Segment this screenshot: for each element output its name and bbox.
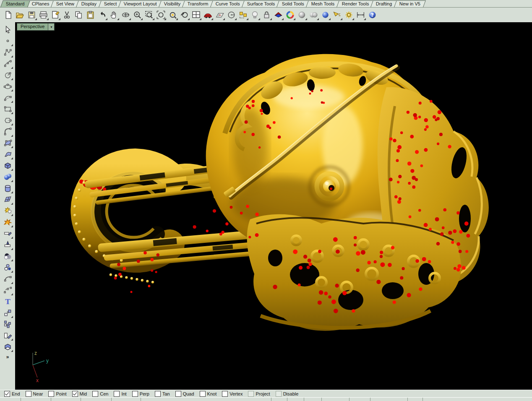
move-tool-button[interactable] <box>2 307 13 318</box>
osnap-disable[interactable]: Disable <box>276 391 299 397</box>
toolbar-tab-solid-tools[interactable]: Solid Tools <box>276 0 310 7</box>
polygon-tool-button[interactable] <box>2 115 13 126</box>
extract-surface-tool-button[interactable] <box>2 341 13 352</box>
rebuild-curve-tool-button[interactable] <box>2 284 13 296</box>
boolean-union-tool-button[interactable] <box>2 205 13 216</box>
ghosted-view-button[interactable] <box>308 9 319 21</box>
array-tool-button[interactable] <box>2 318 13 330</box>
polyline-tool-button[interactable] <box>2 47 13 58</box>
osnap-project[interactable]: Project <box>248 391 270 397</box>
open-file-button[interactable] <box>14 9 26 21</box>
osnap-checkbox-tan[interactable] <box>155 391 161 397</box>
make-2d-tool-button[interactable] <box>2 330 13 341</box>
help-button[interactable]: ? <box>367 9 378 21</box>
toolbar-tab-new-in-v5[interactable]: New in V5 <box>394 0 426 7</box>
osnap-tan[interactable]: Tan <box>155 391 170 397</box>
circle-tool-button[interactable] <box>2 69 13 81</box>
text-tool-button[interactable]: T <box>2 296 13 307</box>
viewport-layout-button[interactable] <box>190 9 202 21</box>
osnap-checkbox-perp[interactable] <box>132 391 138 397</box>
toolbar-tab-render-tools[interactable]: Render Tools <box>336 0 374 7</box>
osnap-quad[interactable]: Quad <box>175 391 194 397</box>
undo-view-button[interactable] <box>179 9 190 21</box>
trim-tool-button[interactable] <box>2 228 13 239</box>
copy-button[interactable] <box>73 9 84 21</box>
pan-button[interactable] <box>108 9 120 21</box>
cplane-button[interactable] <box>214 9 225 21</box>
zoom-selected-button[interactable] <box>167 9 178 21</box>
osnap-checkbox-quad[interactable] <box>175 391 181 397</box>
select-pointer-tool-button[interactable] <box>2 24 13 35</box>
osnap-checkbox-end[interactable] <box>4 391 10 397</box>
light-button[interactable] <box>249 9 261 21</box>
color-wheel-button[interactable] <box>284 9 296 21</box>
osnap-knot[interactable]: Knot <box>200 391 217 397</box>
render-button[interactable] <box>273 9 284 21</box>
toolbar-tab-set-view[interactable]: Set View <box>51 0 80 7</box>
undo-button[interactable] <box>96 9 108 21</box>
save-button[interactable] <box>26 9 37 21</box>
osnap-end[interactable]: End <box>4 391 20 397</box>
toolbar-tab-mesh-tools[interactable]: Mesh Tools <box>306 0 340 7</box>
osnap-cen[interactable]: Cen <box>92 391 108 397</box>
rectangle-tool-button[interactable] <box>2 103 13 115</box>
surface-loft-tool-button[interactable] <box>2 148 13 160</box>
osnap-mid[interactable]: Mid <box>72 391 87 397</box>
osnap-checkbox-disable[interactable] <box>276 391 282 397</box>
osnap-checkbox-project[interactable] <box>248 391 254 397</box>
cut-button[interactable] <box>61 9 73 21</box>
viewport-canvas[interactable]: z y x <box>15 22 532 390</box>
cylinder-tool-button[interactable] <box>2 182 13 194</box>
viewport-title[interactable]: Perspective <box>17 23 48 30</box>
toolbar-tab-visibility[interactable]: Visibility <box>159 0 186 7</box>
flash-snap-button[interactable] <box>331 9 343 21</box>
split-tool-button[interactable] <box>2 239 13 250</box>
adjustable-blend-tool-button[interactable] <box>2 273 13 284</box>
zoom-dynamic-button[interactable] <box>132 9 143 21</box>
surface-corner-points-tool-button[interactable] <box>2 137 13 148</box>
ellipse-tool-button[interactable] <box>2 81 13 92</box>
osnap-near[interactable]: Near <box>26 391 43 397</box>
osnap-vertex[interactable]: Vertex <box>222 391 243 397</box>
boolean-difference-tool-button[interactable] <box>2 250 13 262</box>
arc-tool-button[interactable] <box>2 92 13 103</box>
rotate-view-button[interactable] <box>120 9 131 21</box>
toolbar-tab-viewport-layout[interactable]: Viewport Layout <box>118 0 162 7</box>
osnap-checkbox-mid[interactable] <box>72 391 78 397</box>
render-sphere-button[interactable] <box>320 9 331 21</box>
osnap-checkbox-cen[interactable] <box>92 391 98 397</box>
group-tool-button[interactable] <box>2 262 13 273</box>
toolbar-tab-curve-tools[interactable]: Curve Tools <box>210 0 245 7</box>
osnap-point[interactable]: Point <box>48 391 66 397</box>
zoom-extents-button[interactable] <box>155 9 167 21</box>
toolbar-tab-drafting[interactable]: Drafting <box>371 0 398 7</box>
options-gear-button[interactable] <box>343 9 355 21</box>
new-file-button[interactable] <box>3 9 14 21</box>
osnap-int[interactable]: Int <box>114 391 126 397</box>
perspective-viewport[interactable]: Perspective ▼ <box>15 22 532 390</box>
edit-properties-button[interactable] <box>50 9 61 21</box>
circle-center-button[interactable] <box>226 9 237 21</box>
toolbar-tab-transform[interactable]: Transform <box>182 0 214 7</box>
point-tool-button[interactable] <box>2 35 13 47</box>
surface-patch-tool-button[interactable] <box>2 194 13 205</box>
osnap-checkbox-vertex[interactable] <box>222 391 228 397</box>
box-tool-button[interactable] <box>2 160 13 171</box>
curve-fillet-tool-button[interactable] <box>2 126 13 137</box>
print-button[interactable] <box>38 9 49 21</box>
control-point-curve-tool-button[interactable] <box>2 58 13 69</box>
viewport-title-tab[interactable]: Perspective ▼ <box>17 23 55 31</box>
shaded-view-button[interactable] <box>296 9 308 21</box>
sphere-tool-button[interactable] <box>2 171 13 182</box>
toolbar-tab-cplanes[interactable]: CPlanes <box>26 0 55 7</box>
select-objects-button[interactable] <box>237 9 249 21</box>
osnap-perp[interactable]: Perp <box>132 391 149 397</box>
osnap-checkbox-near[interactable] <box>26 391 31 397</box>
display-mode-button[interactable] <box>202 9 214 21</box>
toolbar-tab-surface-tools[interactable]: Surface Tools <box>242 0 280 7</box>
osnap-checkbox-knot[interactable] <box>200 391 206 397</box>
toolbar-tab-standard[interactable]: Standard <box>0 0 30 7</box>
more-tools-chevron[interactable]: » <box>6 354 9 360</box>
lock-button[interactable] <box>261 9 272 21</box>
explode-tool-button[interactable] <box>2 216 13 228</box>
